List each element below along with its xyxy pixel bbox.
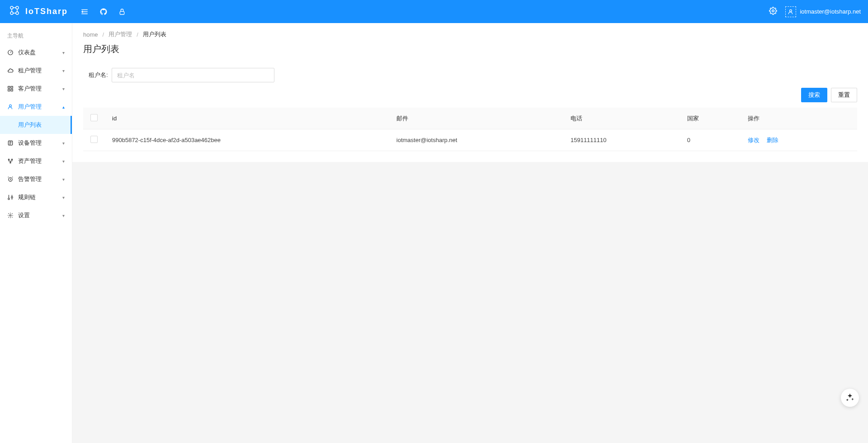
- svg-point-12: [9, 105, 12, 107]
- breadcrumb-user-mgmt[interactable]: 用户管理: [108, 30, 132, 38]
- col-email: 邮件: [389, 108, 563, 129]
- content-header: home / 用户管理 / 用户列表 用户列表: [72, 23, 868, 61]
- page-title: 用户列表: [83, 43, 857, 55]
- chevron-down-icon: ▾: [62, 86, 65, 91]
- svg-rect-9: [11, 86, 13, 88]
- logo[interactable]: IoTSharp: [7, 3, 68, 20]
- search-form: 租户名:: [89, 68, 857, 82]
- nav-item-asset[interactable]: 资产管理 ▾: [0, 152, 72, 170]
- table-row: 990b5872-c15f-4dce-af2d-a503ae462bee iot…: [83, 129, 857, 151]
- user-icon: [7, 104, 14, 110]
- nav-label: 资产管理: [18, 157, 62, 165]
- col-phone: 电话: [563, 108, 680, 129]
- theme-fab[interactable]: [841, 389, 859, 407]
- nav-label: 设备管理: [18, 139, 62, 147]
- breadcrumb-home[interactable]: home: [83, 31, 98, 38]
- settings-icon[interactable]: [769, 7, 777, 16]
- search-button[interactable]: 搜索: [801, 88, 827, 102]
- svg-point-15: [11, 159, 12, 160]
- cell-id: 990b5872-c15f-4dce-af2d-a503ae462bee: [105, 129, 389, 151]
- chevron-down-icon: ▾: [62, 213, 65, 218]
- nav-item-device[interactable]: 设备管理 ▾: [0, 134, 72, 152]
- menu-fold-icon[interactable]: [80, 8, 89, 16]
- nav-item-alarm[interactable]: 告警管理 ▾: [0, 170, 72, 188]
- chevron-down-icon: ▾: [62, 177, 65, 182]
- gear-icon: [7, 212, 14, 219]
- svg-point-16: [10, 162, 11, 163]
- nav-item-dashboard[interactable]: 仪表盘 ▾: [0, 43, 72, 62]
- svg-rect-4: [120, 11, 124, 14]
- nav-label: 租户管理: [18, 67, 62, 75]
- chevron-down-icon: ▾: [62, 68, 65, 73]
- nav-label: 用户管理: [18, 103, 62, 111]
- edit-link[interactable]: 修改: [748, 137, 760, 143]
- chevron-down-icon: ▾: [62, 159, 65, 164]
- nav-item-settings[interactable]: 设置 ▾: [0, 206, 72, 224]
- svg-point-5: [772, 10, 774, 12]
- logo-icon: [7, 3, 22, 20]
- cloud-icon: [7, 67, 14, 74]
- user-email: iotmaster@iotsharp.net: [800, 8, 861, 15]
- device-icon: [7, 140, 14, 146]
- breadcrumb: home / 用户管理 / 用户列表: [83, 30, 857, 38]
- svg-rect-8: [8, 86, 10, 88]
- tenant-name-label: 租户名:: [89, 71, 108, 79]
- user-menu[interactable]: iotmaster@iotsharp.net: [785, 6, 861, 17]
- table-header-row: id 邮件 电话 国家 操作: [83, 108, 857, 129]
- cell-country: 0: [680, 129, 741, 151]
- nav-label: 规则链: [18, 193, 62, 201]
- nav-sub-user-list[interactable]: 用户列表: [0, 116, 72, 134]
- chevron-up-icon: ▴: [62, 105, 65, 110]
- chevron-down-icon: ▾: [62, 141, 65, 146]
- alarm-icon: [7, 176, 14, 182]
- svg-point-6: [790, 10, 792, 12]
- reset-button[interactable]: 重置: [831, 88, 857, 102]
- cell-actions: 修改 删除: [741, 129, 857, 151]
- chevron-down-icon: ▾: [62, 50, 65, 55]
- breadcrumb-sep: /: [137, 31, 138, 38]
- delete-link[interactable]: 删除: [767, 137, 778, 143]
- nav-label: 仪表盘: [18, 48, 62, 57]
- github-icon[interactable]: [99, 8, 108, 16]
- nav-label: 设置: [18, 211, 62, 219]
- cell-email: iotmaster@iotsharp.net: [389, 129, 563, 151]
- nav-label: 告警管理: [18, 175, 62, 183]
- nav-group-title: 主导航: [0, 27, 72, 43]
- chevron-down-icon: ▾: [62, 195, 65, 200]
- apps-icon: [7, 86, 14, 92]
- nav-item-rule[interactable]: 规则链 ▾: [0, 188, 72, 206]
- lock-icon[interactable]: [118, 8, 126, 15]
- brand-text: IoTSharp: [25, 7, 68, 16]
- svg-rect-11: [11, 89, 13, 91]
- content-area: home / 用户管理 / 用户列表 用户列表 租户名: 搜索 重置: [72, 23, 868, 443]
- dashboard-icon: [7, 49, 14, 56]
- nav-label: 客户管理: [18, 85, 62, 93]
- row-checkbox[interactable]: [90, 136, 98, 143]
- user-table: id 邮件 电话 国家 操作 990b5872-c15f-4dce-af2d-a…: [83, 108, 857, 151]
- select-all-checkbox[interactable]: [90, 114, 98, 121]
- avatar: [785, 6, 796, 17]
- asset-icon: [7, 158, 14, 164]
- action-row: 搜索 重置: [83, 88, 857, 102]
- design-icon: [845, 392, 854, 404]
- svg-point-0: [10, 6, 13, 9]
- nav-item-user[interactable]: 用户管理 ▴: [0, 98, 72, 116]
- nav-item-customer[interactable]: 客户管理 ▾: [0, 80, 72, 98]
- nav-item-tenant[interactable]: 租户管理 ▾: [0, 62, 72, 80]
- nav-sub-label: 用户列表: [18, 121, 42, 129]
- col-country: 国家: [680, 108, 741, 129]
- breadcrumb-current: 用户列表: [143, 30, 166, 38]
- tenant-name-input[interactable]: [112, 68, 274, 82]
- svg-point-18: [9, 214, 11, 216]
- svg-rect-10: [8, 89, 10, 91]
- sidebar: 主导航 仪表盘 ▾ 租户管理 ▾ 客户管理 ▾ 用户管理 ▴ 用户列表 设备管理: [0, 23, 72, 443]
- breadcrumb-sep: /: [103, 31, 104, 38]
- svg-point-1: [16, 6, 19, 9]
- rule-icon: [7, 194, 14, 200]
- col-actions: 操作: [741, 108, 857, 129]
- app-header: IoTSharp iotmaster@iotsharp.net: [0, 0, 868, 23]
- svg-point-14: [8, 159, 9, 160]
- content-body: 租户名: 搜索 重置 id 邮件 电话 国家 操作: [72, 61, 868, 162]
- svg-point-2: [10, 12, 13, 14]
- col-id: id: [105, 108, 389, 129]
